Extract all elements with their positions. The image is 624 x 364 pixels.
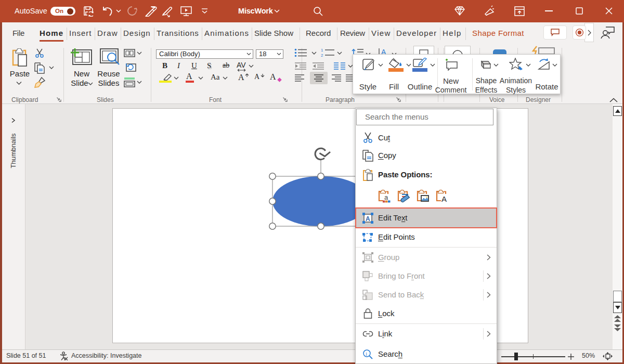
svg-text:a: a — [384, 193, 388, 201]
svg-text:A: A — [366, 215, 370, 223]
svg-text:1: 1 — [321, 48, 323, 53]
svg-text:i: i — [366, 351, 367, 357]
svg-text:A: A — [441, 194, 447, 203]
svg-text:2: 2 — [321, 53, 323, 58]
